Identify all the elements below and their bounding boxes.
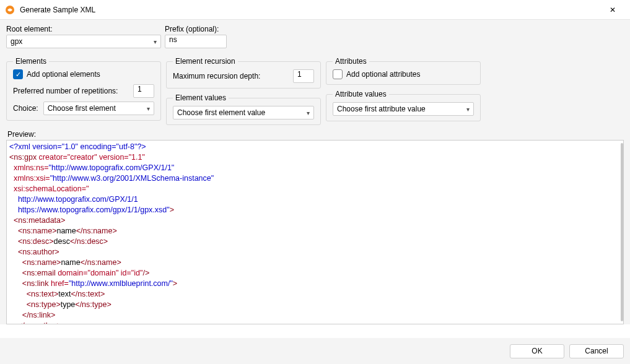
element-values-combo[interactable]: Choose first element value ▾: [173, 106, 314, 119]
attribute-values-group: Attribute values Choose first attribute …: [326, 90, 481, 121]
attribute-values-combo[interactable]: Choose first attribute value ▾: [333, 102, 474, 116]
xml-line: <ns:name>: [9, 227, 56, 235]
chevron-down-icon: ▾: [307, 110, 310, 116]
choice-value: Choose first element: [48, 104, 116, 113]
top-row: Root element: gpx ▾ Prefix (optional): n…: [6, 25, 624, 48]
root-element-value: gpx: [11, 37, 22, 46]
add-optional-attributes-row: Add optional attributes: [333, 69, 474, 79]
xml-line: <ns:name>: [9, 258, 61, 267]
prefix-label: Prefix (optional):: [165, 25, 227, 33]
xml-line: </ns:name>: [76, 227, 117, 235]
column-3: Attributes Add optional attributes Attri…: [326, 57, 481, 121]
xml-line: <ns:text>: [9, 290, 58, 298]
choice-label: Choice:: [13, 104, 38, 113]
root-element-field: Root element: gpx ▾: [6, 25, 161, 48]
prefix-value: ns: [169, 35, 177, 44]
close-button[interactable]: ✕: [600, 1, 625, 19]
xml-line: <ns:metadata>: [9, 216, 65, 225]
xml-line: />: [142, 269, 149, 277]
xml-line: <ns:type>: [9, 300, 61, 309]
preview-scrollbar[interactable]: [621, 143, 623, 321]
recursion-depth-row: Maximum recursion depth: 1: [173, 69, 314, 83]
xml-line: text: [58, 290, 71, 298]
recursion-group: Element recursion Maximum recursion dept…: [166, 57, 321, 89]
dialog-footer: OK Cancel: [0, 338, 630, 364]
app-icon: [5, 5, 15, 15]
preview-textarea[interactable]: <?xml version="1.0" encoding="utf-8"?> <…: [6, 140, 624, 324]
xml-line: name: [56, 227, 76, 235]
recursion-legend: Element recursion: [173, 57, 238, 66]
xml-line: "http://www.xmlblueprint.com/": [69, 279, 173, 288]
xml-line: "http://www.topografix.com/GPX/1/1": [49, 163, 175, 172]
xml-line: <?xml version="1.0" encoding="utf-8"?>: [9, 142, 146, 151]
close-icon: ✕: [610, 6, 616, 14]
xml-line: >: [173, 279, 177, 288]
attributes-group: Attributes Add optional attributes: [326, 57, 481, 85]
repetitions-label: Preferred number of repetitions:: [13, 87, 118, 95]
window-title: Generate Sample XML: [20, 6, 95, 14]
xml-line: name: [61, 258, 80, 267]
titlebar: Generate Sample XML ✕: [0, 0, 630, 20]
xml-line: >: [170, 206, 174, 214]
xml-line: <ns:link: [9, 279, 51, 288]
repetitions-value: 1: [138, 85, 142, 93]
xml-line: <ns:gpx: [9, 153, 39, 162]
xml-line: desc: [54, 237, 70, 246]
recursion-depth-value: 1: [297, 70, 302, 79]
element-values-legend: Element values: [173, 93, 229, 102]
prefix-input[interactable]: ns: [165, 35, 227, 48]
attribute-values-value: Choose first attribute value: [337, 105, 426, 113]
xml-line: creator="creator" version="1.1": [39, 153, 145, 162]
xml-line: <ns:author>: [9, 248, 59, 256]
ok-button-label: OK: [532, 347, 542, 355]
xml-line: http://www.topografix.com/GPX/1/1: [9, 195, 138, 204]
add-optional-elements-row: ✓ Add optional elements: [13, 69, 154, 79]
xml-line: xmlns:ns=: [9, 163, 49, 172]
xml-line: "http://www.w3.org/2001/XMLSchema-instan…: [50, 174, 214, 183]
xml-line: </ns:text>: [71, 290, 105, 298]
chevron-down-icon: ▾: [466, 106, 470, 113]
checkmark-icon: ✓: [15, 71, 21, 79]
attributes-legend: Attributes: [333, 57, 369, 66]
element-values-group: Element values Choose first element valu…: [166, 93, 321, 125]
cancel-button[interactable]: Cancel: [569, 344, 624, 358]
column-2: Element recursion Maximum recursion dept…: [166, 57, 321, 125]
xml-line: </ns:name>: [81, 258, 121, 267]
ok-button[interactable]: OK: [510, 344, 564, 358]
recursion-depth-input[interactable]: 1: [293, 69, 314, 83]
xml-line: domain="domain" id="id": [58, 269, 142, 277]
element-values-value: Choose first element value: [177, 108, 265, 117]
elements-group: Elements ✓ Add optional elements Preferr…: [6, 57, 161, 121]
repetitions-row: Preferred number of repetitions: 1: [13, 84, 154, 98]
elements-legend: Elements: [13, 57, 49, 66]
attribute-values-legend: Attribute values: [333, 90, 389, 98]
root-element-combo[interactable]: gpx ▾: [6, 35, 161, 48]
xml-line: type: [61, 300, 76, 309]
choice-row: Choice: Choose first element ▾: [13, 102, 154, 115]
add-optional-attributes-checkbox[interactable]: [333, 69, 343, 79]
xml-line: https://www.topografix.com/gpx/1/1/gpx.x…: [9, 206, 170, 214]
chevron-down-icon: ▾: [154, 38, 157, 45]
cancel-button-label: Cancel: [585, 347, 608, 355]
choice-combo[interactable]: Choose first element ▾: [43, 102, 154, 115]
xml-line: <ns:desc>: [9, 237, 54, 246]
xml-line: xmlns:xsi=: [9, 174, 50, 183]
xml-line: </ns:type>: [75, 300, 111, 309]
dialog-body: Root element: gpx ▾ Prefix (optional): n…: [0, 20, 630, 324]
xml-line: href=: [51, 279, 69, 288]
root-element-label: Root element:: [6, 25, 161, 33]
xml-line: </ns:desc>: [70, 237, 108, 246]
prefix-field: Prefix (optional): ns: [165, 25, 227, 48]
xml-line: </ns:author>: [9, 321, 61, 324]
xml-line: </ns:link>: [9, 311, 55, 319]
preview-label: Preview:: [7, 130, 624, 139]
add-optional-attributes-label: Add optional attributes: [346, 70, 420, 79]
add-optional-elements-checkbox[interactable]: ✓: [13, 69, 23, 79]
add-optional-elements-label: Add optional elements: [27, 70, 100, 79]
recursion-depth-label: Maximum recursion depth:: [173, 72, 260, 80]
groups-row: Elements ✓ Add optional elements Preferr…: [6, 57, 624, 125]
xml-line: xsi:schemaLocation=": [9, 184, 89, 193]
repetitions-input[interactable]: 1: [133, 84, 154, 98]
chevron-down-icon: ▾: [147, 105, 150, 112]
xml-line: <ns:email: [9, 269, 58, 277]
